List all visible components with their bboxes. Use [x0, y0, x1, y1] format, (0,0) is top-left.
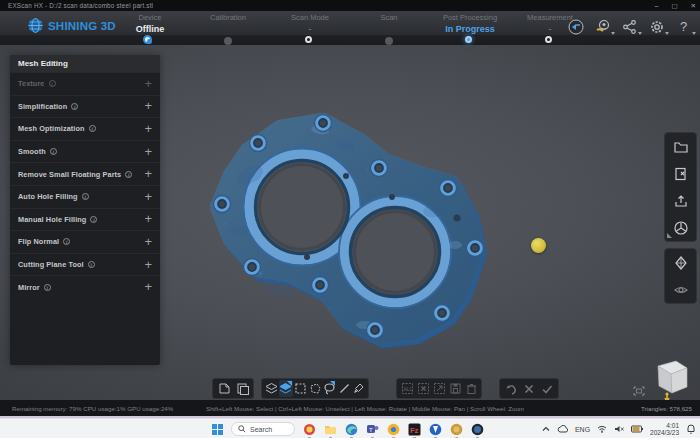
- polygon-select-button[interactable]: [308, 380, 322, 397]
- submenu-indicator: [667, 233, 672, 238]
- expand-plus-icon[interactable]: +: [144, 79, 152, 89]
- battery-icon[interactable]: [631, 425, 643, 433]
- minimize-button[interactable]: –: [655, 0, 659, 11]
- windows-taskbar: Search T Fz ENG 4:01 2024/3/23: [0, 418, 700, 438]
- taskbar-app-teams[interactable]: T: [365, 422, 379, 436]
- wifi-icon[interactable]: [597, 425, 607, 433]
- panel-item-manual-hole-filling[interactable]: Manual Hole Fillingi+: [10, 208, 160, 231]
- taskbar-app-edge[interactable]: [344, 422, 358, 436]
- window-title: EXScan HX - D:/2 scan data/combo steel p…: [8, 0, 153, 11]
- device-connect-icon[interactable]: [568, 19, 584, 35]
- mesh-editing-panel: Mesh Editing Texturei+ Simplificationi+ …: [10, 55, 160, 365]
- share-icon[interactable]: [622, 19, 638, 35]
- panel-item-cutting-plane-tool[interactable]: Cutting Plane Tooli+: [10, 253, 160, 276]
- line-select-button[interactable]: [337, 380, 351, 397]
- support-icon[interactable]: [595, 19, 611, 35]
- upload-share-button[interactable]: [664, 187, 697, 214]
- progress-dot-measurement[interactable]: [545, 36, 552, 43]
- panel-item-remove-small-floating-parts[interactable]: Remove Small Floating Partsi+: [10, 162, 160, 185]
- expand-plus-icon[interactable]: +: [144, 101, 152, 111]
- confirm-button[interactable]: [539, 380, 556, 397]
- save-selection-button[interactable]: [448, 380, 463, 397]
- taskbar-clock[interactable]: 4:01 2024/3/23: [650, 422, 679, 437]
- taskbar-app-snipping[interactable]: [302, 422, 316, 436]
- progress-dot-scan[interactable]: [385, 37, 393, 45]
- taskbar-app-filezilla[interactable]: Fz: [407, 422, 421, 436]
- taskbar-app-explorer[interactable]: [323, 422, 337, 436]
- expand-plus-icon[interactable]: +: [144, 282, 152, 292]
- panel-item-texture[interactable]: Texturei+: [10, 72, 160, 95]
- settings-gear-icon[interactable]: [649, 19, 665, 35]
- language-indicator[interactable]: ENG: [575, 426, 590, 433]
- view-orientation-button[interactable]: [664, 214, 697, 241]
- shining3d-globe-icon: [28, 18, 43, 33]
- tray-expand-icon[interactable]: [542, 426, 550, 432]
- view-cube[interactable]: [650, 356, 692, 400]
- taskbar-app-blue[interactable]: [428, 422, 442, 436]
- onedrive-icon[interactable]: [557, 425, 568, 433]
- panel-item-smooth[interactable]: Smoothi+: [10, 140, 160, 163]
- svg-text:T: T: [369, 426, 373, 432]
- select-all-button[interactable]: ALL: [400, 380, 415, 397]
- info-icon: i: [89, 125, 96, 132]
- cancel-button[interactable]: [521, 380, 538, 397]
- import-data-button[interactable]: [216, 380, 233, 397]
- mesh-layers-button[interactable]: [265, 380, 279, 397]
- progress-dot-device[interactable]: [143, 35, 152, 44]
- mesh-edit-button[interactable]: [279, 380, 293, 397]
- toolbar-file-group: [212, 378, 254, 399]
- fit-view-icon[interactable]: [633, 386, 645, 396]
- date: 2024/3/23: [650, 429, 679, 437]
- info-icon: i: [63, 238, 70, 245]
- expand-plus-icon[interactable]: +: [144, 124, 152, 134]
- start-button[interactable]: [210, 422, 224, 436]
- svg-text:Fz: Fz: [410, 425, 419, 434]
- expand-plus-icon[interactable]: +: [144, 192, 152, 202]
- open-project-button[interactable]: [664, 133, 697, 160]
- delete-selection-button[interactable]: [464, 380, 479, 397]
- export-data-button[interactable]: [234, 380, 251, 397]
- expand-plus-icon[interactable]: +: [144, 237, 152, 247]
- progress-dot-scan-mode[interactable]: [305, 36, 312, 43]
- help-icon[interactable]: ?: [676, 19, 692, 35]
- deselect-button[interactable]: [416, 380, 431, 397]
- rect-select-button[interactable]: [294, 380, 308, 397]
- expand-plus-icon[interactable]: +: [144, 260, 152, 270]
- panel-item-mesh-optimization[interactable]: Mesh Optimizationi+: [10, 117, 160, 140]
- panel-item-flip-normal[interactable]: Flip Normali+: [10, 230, 160, 253]
- notification-icon[interactable]: [686, 424, 696, 434]
- panel-item-simplification[interactable]: Simplificationi+: [10, 95, 160, 118]
- maximize-button[interactable]: ▢: [671, 0, 677, 11]
- invert-selection-button[interactable]: [432, 380, 447, 397]
- taskbar-search[interactable]: Search: [231, 422, 295, 436]
- close-button[interactable]: ✕: [691, 0, 696, 11]
- expand-plus-icon[interactable]: +: [144, 214, 152, 224]
- visibility-button[interactable]: [664, 276, 697, 303]
- scanned-mesh-model[interactable]: [180, 60, 490, 355]
- lasso-select-button[interactable]: [323, 380, 337, 397]
- brush-select-button[interactable]: [352, 380, 366, 397]
- submenu-indicator: [330, 381, 335, 386]
- svg-text:?: ?: [680, 19, 687, 34]
- undo-button[interactable]: [503, 380, 520, 397]
- expand-plus-icon[interactable]: +: [144, 169, 152, 179]
- expand-plus-icon[interactable]: +: [144, 147, 152, 157]
- progress-dot-calibration[interactable]: [224, 37, 232, 45]
- taskbar-app-exscan[interactable]: [470, 422, 484, 436]
- info-icon: i: [49, 80, 56, 87]
- mesh-display-button[interactable]: [664, 249, 697, 276]
- triangles-count: Triangles: 578,625: [641, 405, 692, 412]
- taskbar-app-gold[interactable]: [449, 422, 463, 436]
- panel-item-mirror[interactable]: Mirrori+: [10, 275, 160, 298]
- 3d-viewport[interactable]: Mesh Editing Texturei+ Simplificationi+ …: [0, 45, 700, 400]
- panel-item-auto-hole-filling[interactable]: Auto Hole Fillingi+: [10, 185, 160, 208]
- save-file-button[interactable]: [664, 160, 697, 187]
- info-icon: i: [90, 216, 97, 223]
- info-icon: i: [50, 148, 57, 155]
- right-toolbar-project: [664, 132, 697, 242]
- volume-icon[interactable]: [614, 425, 624, 433]
- info-icon: i: [88, 261, 95, 268]
- time: 4:01: [650, 422, 679, 430]
- progress-dot-post-processing[interactable]: [465, 36, 472, 43]
- taskbar-app-browser[interactable]: [386, 422, 400, 436]
